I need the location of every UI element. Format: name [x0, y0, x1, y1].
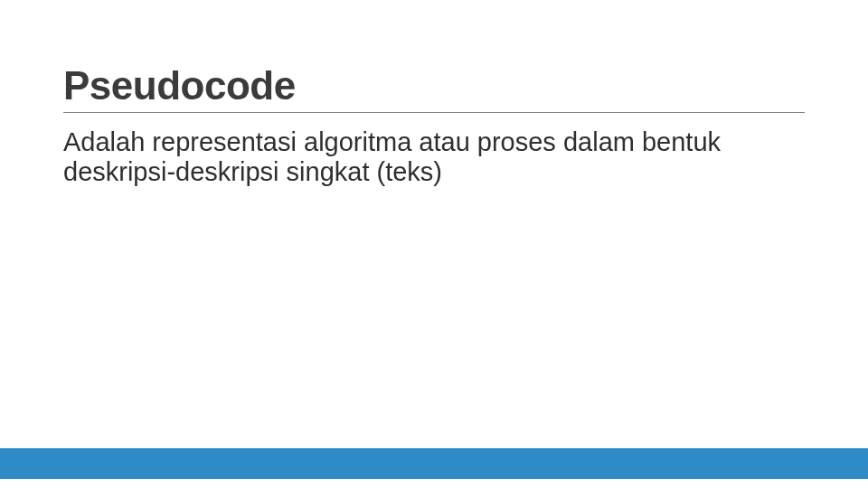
title-underline: [63, 112, 805, 113]
slide-body-text: Adalah representasi algoritma atau prose…: [63, 127, 769, 188]
slide: Pseudocode Adalah representasi algoritma…: [0, 0, 868, 488]
slide-title: Pseudocode: [63, 63, 805, 108]
footer-accent-bar: [0, 448, 868, 479]
